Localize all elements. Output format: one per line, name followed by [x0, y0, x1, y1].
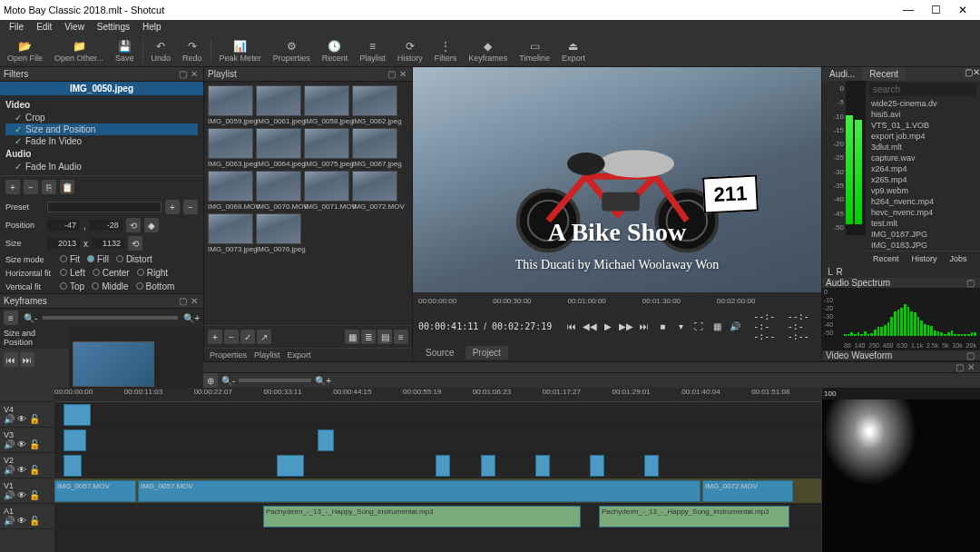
- timecode-current[interactable]: 00:00:41:11: [418, 321, 478, 331]
- toolbar-playlist-button[interactable]: ≡Playlist: [354, 37, 391, 66]
- tab-history[interactable]: History: [906, 253, 943, 264]
- tab-properties[interactable]: Properties: [210, 350, 247, 360]
- play-button[interactable]: ▶: [601, 320, 615, 333]
- playlist-undock-icon[interactable]: ▢: [386, 69, 397, 79]
- zoom-in-icon[interactable]: 🔍+: [183, 313, 200, 323]
- tl-zoom-in-icon[interactable]: 🔍+: [315, 376, 331, 386]
- playlist-view-icons[interactable]: ▤: [377, 330, 392, 344]
- tab-jobs[interactable]: Jobs: [945, 253, 973, 264]
- right-close-icon[interactable]: ✕: [973, 67, 980, 81]
- tl-zoom-slider[interactable]: [239, 379, 311, 382]
- playlist-item[interactable]: IMG_0067.jpeg: [352, 128, 397, 168]
- forward-button[interactable]: ▶▶: [619, 320, 633, 333]
- tab-source[interactable]: Source: [418, 346, 462, 360]
- maximize-button[interactable]: ☐: [922, 1, 949, 19]
- playlist-item[interactable]: IMG_0058.jpeg: [304, 85, 349, 125]
- filter-crop[interactable]: ✓Crop: [5, 112, 198, 123]
- sizemode-distort[interactable]: Distort: [116, 254, 152, 264]
- menu-settings[interactable]: Settings: [92, 20, 135, 36]
- tl-ripple-button[interactable]: ⊕: [203, 373, 218, 388]
- playlist-item[interactable]: IMG_0070.MOV: [256, 171, 301, 211]
- size-h-input[interactable]: 1132: [92, 238, 124, 249]
- toolbar-recent-button[interactable]: 🕓Recent: [317, 37, 354, 66]
- tab-playlist[interactable]: Playlist: [254, 350, 280, 360]
- eye-icon[interactable]: 👁: [17, 490, 26, 500]
- recent-file-item[interactable]: vp9.webm: [869, 185, 976, 196]
- position-x-input[interactable]: -47: [47, 220, 80, 231]
- filters-undock-icon[interactable]: ▢: [177, 69, 189, 79]
- playlist-item[interactable]: IMG_0063.jpeg: [208, 128, 253, 168]
- menu-view[interactable]: View: [59, 20, 90, 36]
- skip-end-button[interactable]: ⏭: [637, 320, 652, 333]
- grid-button[interactable]: ▦: [710, 320, 724, 333]
- preview-monitor[interactable]: 211 A Bike Show This Ducati by Michael W…: [413, 67, 821, 292]
- playlist-item[interactable]: IMG_0076.jpeg: [256, 213, 301, 253]
- skip-start-button[interactable]: ⏮: [564, 320, 579, 333]
- recent-file-item[interactable]: export job.mp4: [869, 131, 976, 142]
- preset-add-button[interactable]: +: [165, 200, 180, 214]
- playlist-item[interactable]: IMG_0064.jpeg: [256, 128, 301, 168]
- toolbar-save-button[interactable]: 💾Save: [110, 37, 140, 66]
- toolbar-keyframes-button[interactable]: ◆Keyframes: [463, 37, 513, 66]
- position-y-input[interactable]: -28: [90, 220, 122, 231]
- toolbar-export-button[interactable]: ⏏Export: [556, 37, 591, 66]
- toolbar-filters-button[interactable]: ⋮Filters: [429, 37, 463, 66]
- timeline-close-icon[interactable]: ✕: [965, 362, 976, 372]
- playlist-item[interactable]: IMG_0061.jpeg: [256, 85, 301, 125]
- menu-file[interactable]: File: [4, 20, 29, 36]
- tab-recent2[interactable]: Recent: [867, 253, 905, 264]
- position-keyframe-button[interactable]: ◆: [144, 218, 159, 232]
- zoom-fit-button[interactable]: ⛶: [691, 320, 706, 333]
- preview-ruler[interactable]: 00:00:00:0000:00:30:0000:01:00:0000:01:3…: [413, 292, 821, 309]
- playlist-add-button[interactable]: +: [208, 330, 222, 344]
- vfit-top[interactable]: Top: [60, 281, 84, 291]
- lock-icon[interactable]: 🔓: [29, 439, 40, 449]
- track-head-V1[interactable]: V1🔊 👁 🔓: [0, 478, 54, 504]
- playlist-goto-button[interactable]: ↗: [257, 330, 271, 344]
- recent-file-item[interactable]: hisi5.avi: [869, 109, 976, 120]
- rewind-button[interactable]: ◀◀: [583, 320, 597, 333]
- recent-file-item[interactable]: h264_nvenc.mp4: [869, 196, 976, 207]
- eye-icon[interactable]: 👁: [17, 414, 26, 424]
- playlist-item[interactable]: IMG_0075.jpeg: [304, 128, 349, 168]
- close-button[interactable]: ✕: [949, 1, 976, 19]
- menu-help[interactable]: Help: [137, 20, 167, 36]
- toolbar-peakmeter-button[interactable]: 📊Peak Meter: [214, 37, 267, 66]
- menu-edit[interactable]: Edit: [31, 20, 57, 36]
- zoom-out-icon[interactable]: 🔍-: [24, 313, 37, 323]
- eye-icon[interactable]: 👁: [17, 516, 26, 526]
- volume-button[interactable]: 🔊: [728, 320, 742, 333]
- recent-file-item[interactable]: capture.wav: [869, 153, 976, 163]
- vfit-middle[interactable]: Middle: [92, 281, 128, 291]
- mute-icon[interactable]: 🔊: [4, 490, 15, 500]
- tab-audio-meter[interactable]: Audi...: [822, 67, 862, 81]
- playlist-item[interactable]: IMG_0068.MOV: [208, 171, 253, 211]
- preset-remove-button[interactable]: −: [183, 200, 198, 214]
- right-undock-icon[interactable]: ▢: [965, 67, 973, 81]
- playlist-menu-button[interactable]: ≡: [394, 330, 408, 344]
- kf-menu-button[interactable]: ≡: [4, 310, 18, 325]
- size-w-input[interactable]: 2013: [47, 238, 80, 249]
- kf-next-button[interactable]: ⏭: [20, 352, 34, 367]
- hfit-center[interactable]: Center: [93, 268, 130, 278]
- playlist-remove-button[interactable]: −: [224, 330, 239, 344]
- filter-size-position[interactable]: ✓Size and Position: [5, 123, 198, 135]
- size-reset-button[interactable]: ⟲: [128, 236, 142, 251]
- hfit-left[interactable]: Left: [60, 268, 85, 278]
- playlist-item[interactable]: IMG_0073.jpeg: [208, 213, 253, 253]
- spectrum-undock-icon[interactable]: ▢: [965, 278, 976, 288]
- recent-file-item[interactable]: x264.mp4: [869, 163, 976, 174]
- paste-filter-button[interactable]: 📋: [60, 180, 74, 194]
- keyframes-close-icon[interactable]: ✕: [189, 296, 200, 306]
- filter-fade-in-audio[interactable]: ✓Fade In Audio: [5, 161, 198, 172]
- toolbar-history-button[interactable]: ⟳History: [392, 37, 428, 66]
- eye-icon[interactable]: 👁: [17, 439, 26, 449]
- mute-icon[interactable]: 🔊: [4, 439, 15, 449]
- tl-zoom-out-icon[interactable]: 🔍-: [221, 376, 235, 386]
- playlist-item[interactable]: IMG_0059.jpeg: [208, 85, 253, 125]
- track-head-V2[interactable]: V2🔊 👁 🔓: [0, 453, 54, 478]
- lock-icon[interactable]: 🔓: [29, 490, 40, 500]
- sizemode-fill[interactable]: Fill: [87, 254, 109, 264]
- playlist-view-grid[interactable]: ▦: [345, 330, 359, 344]
- minimize-button[interactable]: —: [895, 1, 922, 19]
